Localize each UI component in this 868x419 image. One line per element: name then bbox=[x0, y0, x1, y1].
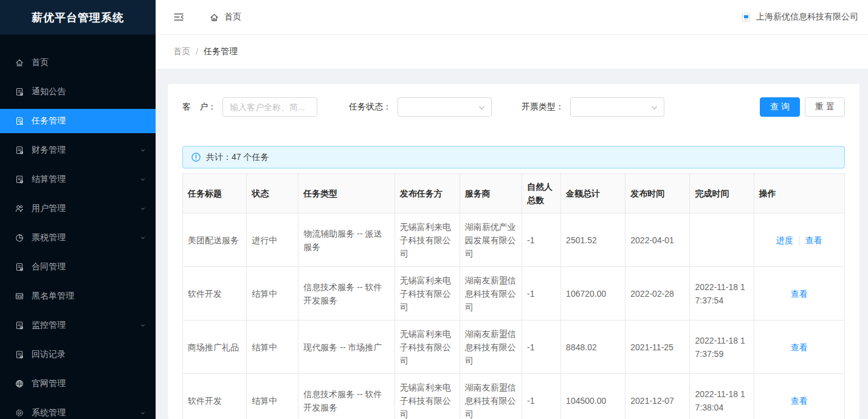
sidebar: 薪优平台管理系统 首页 通知公告 任务管理 财务管理 结算管理 用户管理 bbox=[0, 0, 156, 419]
monitor-icon bbox=[15, 320, 24, 330]
chevron-down-icon bbox=[651, 105, 658, 111]
cell-title: 美团配送服务 bbox=[183, 213, 247, 267]
sidebar-item-settlement[interactable]: 结算管理 bbox=[0, 167, 156, 192]
sidebar-item-system[interactable]: 系统管理 bbox=[0, 401, 156, 419]
cell-title: 软件开发 bbox=[183, 267, 247, 320]
pie-chart-icon bbox=[15, 233, 24, 243]
breadcrumb: 首页 / 任务管理 bbox=[156, 35, 868, 69]
table-row: 商场推广礼品 结算中 现代服务 -- 市场推广 无锡富利来电子科技有限公司 湖南… bbox=[183, 320, 845, 374]
task-table: 任务标题 状态 任务类型 发布任务方 服务商 自然人总数 金额总计 发布时间 完… bbox=[182, 173, 845, 419]
home-tab-label: 首页 bbox=[224, 12, 241, 23]
finance-icon bbox=[15, 145, 24, 155]
cell-complete-time: 2022-11-18 17:38:04 bbox=[690, 374, 754, 419]
globe-icon bbox=[15, 379, 24, 389]
cell-status: 结算中 bbox=[247, 320, 298, 374]
cell-publish-time: 2021-12-07 bbox=[625, 374, 690, 419]
sidebar-item-label: 监控管理 bbox=[32, 320, 140, 331]
cell-type: 信息技术服务 -- 软件开发服务 bbox=[298, 374, 394, 419]
sidebar-item-website[interactable]: 官网管理 bbox=[0, 372, 156, 396]
chevron-down-icon bbox=[140, 320, 146, 330]
cell-person-count: -1 bbox=[522, 267, 561, 320]
table-row: 软件开发 结算中 信息技术服务 -- 软件开发服务 无锡富利来电子科技有限公司 … bbox=[183, 374, 845, 419]
app-logo: 薪优平台管理系统 bbox=[0, 0, 156, 35]
sidebar-item-label: 用户管理 bbox=[32, 203, 140, 214]
cell-title: 软件开发 bbox=[183, 374, 247, 419]
company-menu[interactable]: 上海薪优信息科技有限公司 bbox=[742, 12, 858, 23]
view-link[interactable]: 查看 bbox=[791, 289, 808, 299]
sidebar-item-label: 合同管理 bbox=[32, 261, 146, 272]
chevron-down-icon bbox=[478, 105, 485, 111]
sidebar-item-label: 财务管理 bbox=[32, 145, 140, 156]
sidebar-item-finance[interactable]: 财务管理 bbox=[0, 138, 156, 162]
sidebar-item-tasks[interactable]: 任务管理 bbox=[0, 109, 156, 133]
breadcrumb-separator: / bbox=[196, 47, 198, 57]
menu-fold-icon[interactable] bbox=[173, 11, 185, 23]
cell-publisher: 无锡富利来电子科技有限公司 bbox=[394, 213, 460, 267]
task-count-text: 共计：47 个任务 bbox=[206, 152, 269, 163]
breadcrumb-current: 任务管理 bbox=[204, 46, 238, 57]
sidebar-item-notice[interactable]: 通知公告 bbox=[0, 80, 156, 104]
view-link[interactable]: 查看 bbox=[791, 342, 808, 352]
home-tab[interactable]: 首页 bbox=[209, 12, 241, 23]
content-area: 客 户： 任务状态： 开票类型： 查 询 重 置 bbox=[156, 69, 868, 419]
col-status: 状态 bbox=[247, 174, 298, 213]
sidebar-item-users[interactable]: 用户管理 bbox=[0, 196, 156, 221]
cell-amount: 104500.00 bbox=[561, 374, 625, 419]
sidebar-item-label: 回访记录 bbox=[32, 349, 146, 360]
view-link[interactable]: 查看 bbox=[805, 235, 822, 245]
sidebar-item-monitor[interactable]: 监控管理 bbox=[0, 313, 156, 338]
idcard-icon bbox=[15, 291, 24, 301]
cell-person-count: -1 bbox=[522, 320, 561, 374]
sidebar-item-home[interactable]: 首页 bbox=[0, 50, 156, 75]
cell-publisher: 无锡富利来电子科技有限公司 bbox=[394, 267, 460, 320]
sidebar-item-callbacks[interactable]: 回访记录 bbox=[0, 342, 156, 367]
chevron-down-icon bbox=[140, 204, 146, 213]
cell-complete-time: 2022-11-18 17:37:54 bbox=[690, 267, 754, 320]
col-actions: 操作 bbox=[754, 174, 844, 213]
cell-person-count: -1 bbox=[522, 374, 561, 419]
breadcrumb-home[interactable]: 首页 bbox=[173, 46, 190, 57]
sidebar-item-blacklist[interactable]: 黑名单管理 bbox=[0, 284, 156, 308]
invoice-type-label: 开票类型： bbox=[522, 102, 564, 113]
cell-provider: 湖南友薪盟信息科技有限公司 bbox=[460, 374, 522, 419]
customer-input[interactable] bbox=[222, 97, 317, 117]
cell-type: 物流辅助服务 -- 派送服务 bbox=[298, 213, 394, 267]
cell-title: 商场推广礼品 bbox=[183, 320, 247, 374]
sidebar-item-contracts[interactable]: 合同管理 bbox=[0, 255, 156, 279]
cell-provider: 湖南薪优产业园发展有限公司 bbox=[460, 213, 522, 267]
gear-icon bbox=[15, 408, 24, 418]
task-status-select[interactable] bbox=[398, 97, 492, 117]
action-divider: | bbox=[798, 235, 801, 245]
sidebar-item-label: 任务管理 bbox=[32, 116, 146, 126]
sidebar-item-label: 通知公告 bbox=[32, 86, 146, 97]
chevron-down-icon bbox=[140, 175, 146, 184]
sidebar-item-tax[interactable]: 票税管理 bbox=[0, 226, 156, 250]
cell-complete-time: 2022-11-18 17:37:59 bbox=[690, 320, 754, 374]
col-publish-time: 发布时间 bbox=[625, 174, 690, 213]
view-link[interactable]: 查看 bbox=[791, 396, 808, 406]
col-provider: 服务商 bbox=[460, 174, 522, 213]
search-button[interactable]: 查 询 bbox=[760, 97, 800, 117]
top-bar: 首页 上海薪优信息科技有限公司 bbox=[156, 0, 868, 35]
callback-icon bbox=[15, 350, 24, 359]
cell-amount: 106720.00 bbox=[561, 267, 625, 320]
cell-amount: 8848.02 bbox=[561, 320, 625, 374]
cell-publisher: 无锡富利来电子科技有限公司 bbox=[394, 374, 460, 419]
col-type: 任务类型 bbox=[298, 174, 394, 213]
col-amount: 金额总计 bbox=[561, 174, 625, 213]
info-circle-icon bbox=[191, 153, 201, 162]
reset-button[interactable]: 重 置 bbox=[805, 97, 845, 117]
chevron-down-icon bbox=[140, 145, 146, 155]
task-icon bbox=[15, 116, 24, 126]
cell-publisher: 无锡富利来电子科技有限公司 bbox=[394, 320, 460, 374]
settlement-icon bbox=[15, 175, 24, 184]
main-area: 首页 上海薪优信息科技有限公司 首页 / 任务管理 客 户： 任务状态： bbox=[156, 0, 868, 419]
filter-bar: 客 户： 任务状态： 开票类型： 查 询 重 置 bbox=[182, 97, 845, 117]
invoice-type-select[interactable] bbox=[570, 97, 664, 117]
progress-link[interactable]: 进度 bbox=[776, 235, 793, 245]
table-row: 软件开发 结算中 信息技术服务 -- 软件开发服务 无锡富利来电子科技有限公司 … bbox=[183, 267, 845, 320]
cell-type: 现代服务 -- 市场推广 bbox=[298, 320, 394, 374]
sidebar-item-label: 官网管理 bbox=[32, 378, 146, 389]
cell-complete-time bbox=[690, 213, 754, 267]
col-complete-time: 完成时间 bbox=[690, 174, 754, 213]
